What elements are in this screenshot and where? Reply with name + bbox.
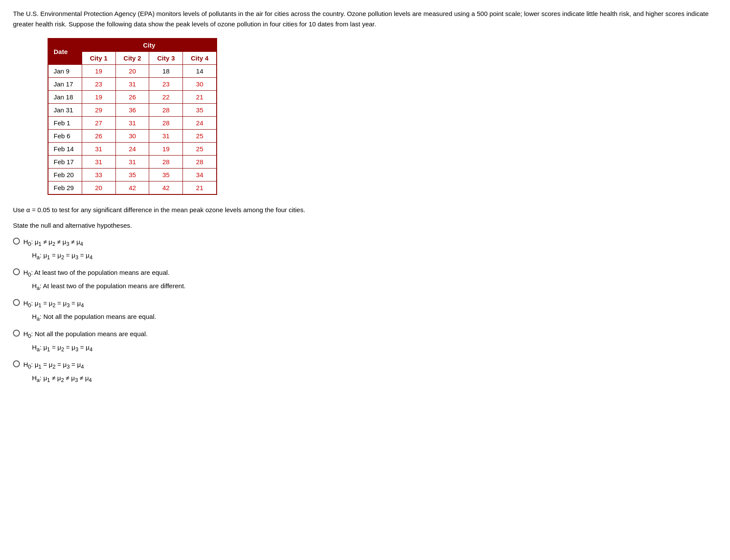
table-row: 35 <box>149 169 183 181</box>
intro-paragraph: The U.S. Environmental Protection Agency… <box>13 9 717 29</box>
table-row: 21 <box>183 91 217 104</box>
hypothesis-option-5[interactable]: H0: μ1 = μ2 = μ3 = μ4Ha: μ1 ≠ μ2 ≠ μ3 ≠ … <box>13 359 717 385</box>
table-row: 33 <box>82 169 115 181</box>
ha-label-2: Ha: At least two of the population means… <box>32 282 186 290</box>
table-row: 31 <box>82 143 115 156</box>
table-row: 31 <box>82 156 115 169</box>
option-content-2: H0: At least two of the population means… <box>23 267 186 293</box>
table-row: 20 <box>82 181 115 195</box>
ha-label-3: Ha: Not all the population means are equ… <box>32 313 156 320</box>
table-row: 14 <box>183 65 217 78</box>
radio-button-5[interactable] <box>13 360 20 367</box>
h0-label-4: H0: Not all the population means are equ… <box>23 330 147 337</box>
table-date-5: Feb 6 <box>48 130 82 143</box>
city3-subheader: City 3 <box>149 52 183 65</box>
ha-label-1: Ha: μ1 = μ2 = μ3 = μ4 <box>32 251 93 259</box>
table-row: 24 <box>183 117 217 130</box>
radio-button-2[interactable] <box>13 268 20 275</box>
table-row: 35 <box>183 104 217 117</box>
hypothesis-option-2[interactable]: H0: At least two of the population means… <box>13 267 717 293</box>
table-row: 42 <box>115 181 149 195</box>
table-date-8: Feb 20 <box>48 169 82 181</box>
hypothesis-option-3[interactable]: H0: μ1 = μ2 = μ3 = μ4Ha: Not all the pop… <box>13 297 717 324</box>
table-date-0: Jan 9 <box>48 65 82 78</box>
table-date-2: Jan 18 <box>48 91 82 104</box>
table-row: 19 <box>149 143 183 156</box>
table-row: 25 <box>183 143 217 156</box>
table-row: 28 <box>183 156 217 169</box>
date-header: Date <box>48 38 82 65</box>
table-date-4: Feb 1 <box>48 117 82 130</box>
table-row: 20 <box>115 65 149 78</box>
table-row: 31 <box>115 117 149 130</box>
option-content-5: H0: μ1 = μ2 = μ3 = μ4Ha: μ1 ≠ μ2 ≠ μ3 ≠ … <box>23 359 92 385</box>
data-table-wrapper: Date City City 1 City 2 City 3 City 4 Ja… <box>48 38 717 195</box>
table-row: 23 <box>149 78 183 91</box>
table-row: 25 <box>183 130 217 143</box>
option-content-4: H0: Not all the population means are equ… <box>23 328 147 354</box>
radio-button-1[interactable] <box>13 238 20 245</box>
city4-subheader: City 4 <box>183 52 217 65</box>
table-row: 26 <box>115 91 149 104</box>
hypotheses-options: H0: μ1 ≠ μ2 ≠ μ3 ≠ μ4Ha: μ1 = μ2 = μ3 = … <box>13 236 717 385</box>
h0-label-1: H0: μ1 ≠ μ2 ≠ μ3 ≠ μ4 <box>23 238 83 245</box>
table-row: 26 <box>82 130 115 143</box>
table-date-1: Jan 17 <box>48 78 82 91</box>
table-row: 19 <box>82 65 115 78</box>
table-row: 28 <box>149 117 183 130</box>
city1-subheader: City 1 <box>82 52 115 65</box>
table-row: 30 <box>115 130 149 143</box>
table-row: 18 <box>149 65 183 78</box>
h0-label-5: H0: μ1 = μ2 = μ3 = μ4 <box>23 361 84 368</box>
radio-button-3[interactable] <box>13 299 20 306</box>
table-row: 28 <box>149 156 183 169</box>
table-date-9: Feb 29 <box>48 181 82 195</box>
option-content-1: H0: μ1 ≠ μ2 ≠ μ3 ≠ μ4Ha: μ1 = μ2 = μ3 = … <box>23 236 93 262</box>
table-row: 21 <box>183 181 217 195</box>
ha-label-5: Ha: μ1 ≠ μ2 ≠ μ3 ≠ μ4 <box>32 374 92 382</box>
table-row: 35 <box>115 169 149 181</box>
table-date-7: Feb 17 <box>48 156 82 169</box>
hypothesis-option-1[interactable]: H0: μ1 ≠ μ2 ≠ μ3 ≠ μ4Ha: μ1 = μ2 = μ3 = … <box>13 236 717 262</box>
h0-label-3: H0: μ1 = μ2 = μ3 = μ4 <box>23 299 84 307</box>
table-row: 42 <box>149 181 183 195</box>
table-row: 28 <box>149 104 183 117</box>
data-table: Date City City 1 City 2 City 3 City 4 Ja… <box>48 38 217 195</box>
h0-label-2: H0: At least two of the population means… <box>23 269 170 276</box>
table-row: 23 <box>82 78 115 91</box>
option-content-3: H0: μ1 = μ2 = μ3 = μ4Ha: Not all the pop… <box>23 297 156 324</box>
table-row: 31 <box>115 156 149 169</box>
table-row: 31 <box>115 78 149 91</box>
table-date-6: Feb 14 <box>48 143 82 156</box>
city-header: City <box>82 38 217 52</box>
ha-label-4: Ha: μ1 = μ2 = μ3 = μ4 <box>32 344 93 351</box>
table-row: 27 <box>82 117 115 130</box>
table-row: 31 <box>149 130 183 143</box>
table-row: 24 <box>115 143 149 156</box>
alpha-text: Use α = 0.05 to test for any significant… <box>13 204 717 216</box>
table-row: 36 <box>115 104 149 117</box>
table-row: 34 <box>183 169 217 181</box>
table-row: 22 <box>149 91 183 104</box>
city2-subheader: City 2 <box>115 52 149 65</box>
table-row: 30 <box>183 78 217 91</box>
table-row: 29 <box>82 104 115 117</box>
radio-button-4[interactable] <box>13 330 20 337</box>
state-hypotheses-text: State the null and alternative hypothese… <box>13 220 717 231</box>
table-date-3: Jan 31 <box>48 104 82 117</box>
table-row: 19 <box>82 91 115 104</box>
hypothesis-option-4[interactable]: H0: Not all the population means are equ… <box>13 328 717 354</box>
